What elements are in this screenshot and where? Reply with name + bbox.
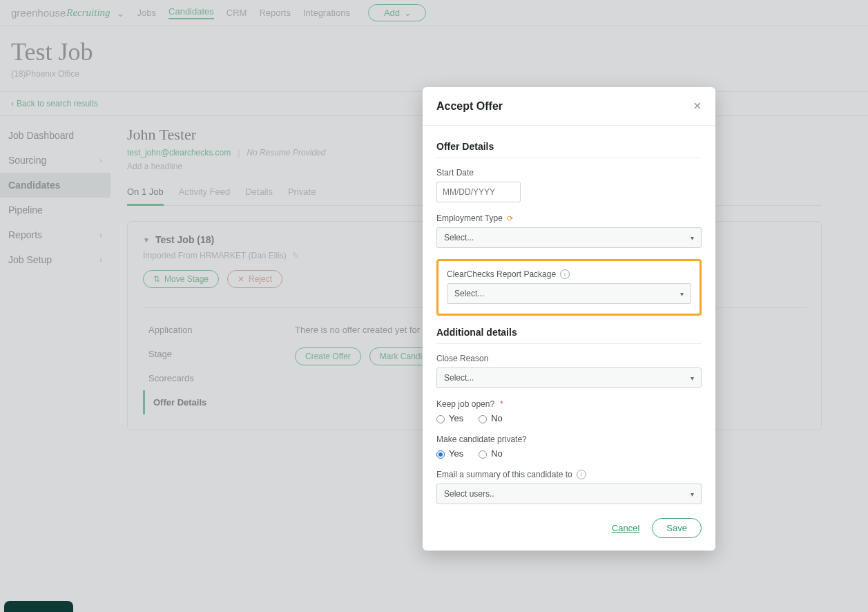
close-icon[interactable]: ✕ (693, 99, 702, 113)
section-additional: Additional details (436, 327, 702, 344)
employment-type-label: Employment Type ⟳ (436, 213, 702, 223)
close-reason-select[interactable]: Select... ▾ (436, 367, 702, 388)
modal-header: Accept Offer ✕ (423, 87, 715, 126)
select-placeholder: Select users.. (444, 489, 494, 499)
field-employment-type: Employment Type ⟳ Select... ▾ (436, 213, 702, 248)
email-summary-label: Email a summary of this candidate to i (436, 470, 702, 479)
close-reason-label: Close Reason (436, 354, 702, 363)
help-widget[interactable] (4, 601, 73, 612)
radio-icon (479, 450, 487, 459)
make-private-radios: Yes No (436, 448, 702, 459)
label-text: ClearChecks Report Package (447, 269, 556, 279)
required-star: * (500, 399, 503, 409)
radio-label: Yes (449, 413, 463, 423)
label-text: Employment Type (436, 213, 503, 223)
field-keep-job-open: Keep job open?* Yes No (436, 399, 702, 423)
clearchecks-label: ClearChecks Report Package i (447, 269, 691, 279)
radio-keep-job-no[interactable]: No (479, 413, 503, 423)
info-icon[interactable]: i (577, 470, 586, 479)
caret-down-icon: ▾ (691, 234, 694, 242)
field-close-reason: Close Reason Select... ▾ (436, 354, 702, 388)
info-icon[interactable]: i (560, 269, 570, 279)
radio-icon (436, 415, 445, 423)
employment-type-select[interactable]: Select... ▾ (436, 227, 702, 248)
modal-title: Accept Offer (436, 100, 503, 113)
radio-private-yes[interactable]: Yes (436, 448, 463, 459)
email-summary-select[interactable]: Select users.. ▾ (436, 484, 702, 504)
label-text: Email a summary of this candidate to (436, 470, 572, 479)
label-text: Keep job open? (436, 399, 494, 409)
select-placeholder: Select... (444, 373, 474, 383)
clearchecks-select[interactable]: Select... ▾ (447, 283, 691, 304)
save-button[interactable]: Save (652, 518, 702, 538)
section-offer-details: Offer Details (436, 141, 702, 158)
caret-down-icon: ▾ (691, 490, 694, 498)
radio-keep-job-yes[interactable]: Yes (436, 413, 463, 423)
caret-down-icon: ▾ (691, 374, 694, 382)
start-date-input[interactable] (436, 182, 521, 202)
start-date-label: Start Date (436, 168, 702, 178)
modal-footer: Cancel Save (423, 518, 715, 538)
field-start-date: Start Date (436, 168, 702, 202)
select-placeholder: Select... (444, 233, 474, 242)
accept-offer-modal: Accept Offer ✕ Offer Details Start Date … (423, 87, 715, 551)
clearchecks-highlight: ClearChecks Report Package i Select... ▾ (436, 259, 702, 316)
cancel-button[interactable]: Cancel (612, 523, 639, 533)
keep-job-open-radios: Yes No (436, 413, 702, 423)
make-private-label: Make candidate private? (436, 434, 702, 444)
radio-icon (479, 415, 487, 423)
radio-icon (436, 450, 445, 459)
radio-private-no[interactable]: No (479, 448, 503, 459)
select-placeholder: Select... (454, 289, 484, 298)
sync-icon: ⟳ (507, 214, 513, 223)
radio-label: No (491, 413, 503, 423)
caret-down-icon: ▾ (680, 290, 684, 298)
modal-body: Offer Details Start Date Employment Type… (423, 126, 715, 504)
keep-job-open-label: Keep job open?* (436, 399, 702, 409)
field-make-private: Make candidate private? Yes No (436, 434, 702, 459)
radio-label: Yes (449, 448, 463, 459)
radio-label: No (491, 448, 503, 459)
field-email-summary: Email a summary of this candidate to i S… (436, 470, 702, 504)
